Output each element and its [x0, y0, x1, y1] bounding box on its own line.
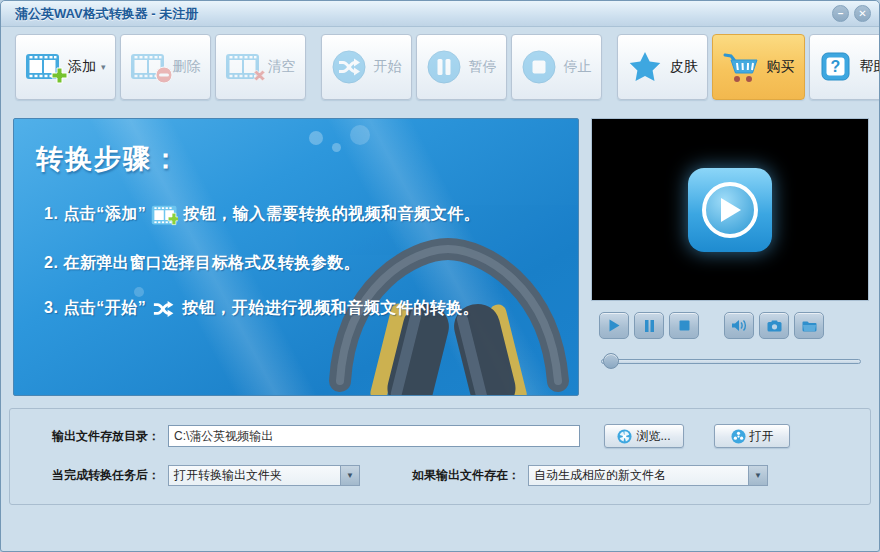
stop-icon — [679, 320, 690, 331]
play-button[interactable] — [599, 312, 629, 339]
open-button[interactable]: 打开 — [714, 424, 790, 448]
buy-label: 购买 — [767, 58, 795, 76]
open-label: 打开 — [750, 428, 774, 445]
bubble-decoration — [134, 287, 144, 297]
step-1-text: 按钮，输入需要转换的视频和音频文件。 — [183, 204, 480, 225]
file-exists-value: 自动生成相应的新文件名 — [529, 467, 748, 484]
pause-circle-icon — [426, 49, 462, 85]
snapshot-icon — [767, 320, 782, 332]
minimize-button[interactable]: – — [832, 5, 849, 22]
bubble-decoration — [332, 143, 341, 152]
film-add-icon — [25, 52, 61, 82]
steps-heading: 转换步骤： — [36, 141, 181, 177]
add-button[interactable]: 添加 ▾ — [15, 34, 116, 100]
step-2: 2. 在新弹出窗口选择目标格式及转换参数。 — [44, 253, 360, 274]
help-label: 帮助 — [860, 58, 880, 76]
x-badge-icon — [251, 67, 268, 88]
pause-label: 暂停 — [469, 58, 497, 76]
stop-button[interactable]: 停止 — [511, 34, 602, 100]
toolbar: 添加 ▾ 删除 清空 开始 — [1, 27, 879, 107]
delete-button[interactable]: 删除 — [120, 34, 211, 100]
close-button[interactable]: ✕ — [854, 5, 871, 22]
chevron-down-icon: ▾ — [101, 62, 106, 72]
buy-button[interactable]: 购买 — [712, 34, 805, 100]
plus-badge-icon — [51, 67, 68, 88]
output-dir-row: 输出文件存放目录： 浏览... 打开 — [10, 424, 870, 448]
stop-label: 停止 — [564, 58, 592, 76]
browse-button[interactable]: 浏览... — [604, 424, 684, 448]
browse-label: 浏览... — [636, 428, 670, 445]
bubble-decoration — [309, 131, 323, 145]
conversion-options-row: 当完成转换任务后： 打开转换输出文件夹 ▼ 如果输出文件存在： 自动生成相应的新… — [10, 465, 870, 486]
folder-icon — [802, 320, 817, 332]
aperture-icon — [617, 429, 632, 444]
bubble-decoration — [350, 125, 370, 145]
shuffle-icon — [151, 298, 177, 320]
film-remove-icon — [130, 52, 166, 82]
player-controls — [591, 312, 869, 339]
chevron-down-icon: ▼ — [340, 466, 359, 485]
file-exists-dropdown[interactable]: 自动生成相应的新文件名 ▼ — [528, 465, 768, 486]
volume-button[interactable] — [724, 312, 754, 339]
after-task-value: 打开转换输出文件夹 — [169, 467, 340, 484]
step-3-text: 按钮，开始进行视频和音频文件的转换。 — [182, 298, 479, 319]
stop-circle-icon — [521, 49, 557, 85]
after-task-dropdown[interactable]: 打开转换输出文件夹 ▼ — [168, 465, 360, 486]
file-exists-label: 如果输出文件存在： — [412, 467, 520, 484]
video-preview — [591, 118, 869, 301]
window-title: 蒲公英WAV格式转换器 - 未注册 — [15, 5, 198, 23]
chevron-down-icon: ▼ — [748, 466, 767, 485]
volume-icon — [732, 319, 747, 332]
seek-bar — [601, 353, 861, 369]
pause-icon — [644, 320, 655, 332]
shuffle-circle-icon — [331, 49, 367, 85]
step-1: 1. 点击“添加” 按钮，输入需要转换的视频和音频文件。 — [44, 203, 480, 226]
help-button[interactable]: ? 帮助 ▾ — [809, 34, 880, 100]
film-reel-icon — [731, 429, 746, 444]
svg-text:?: ? — [830, 58, 840, 75]
step-3: 3. 点击“开始” 按钮，开始进行视频和音频文件的转换。 — [44, 297, 479, 319]
window-controls: – ✕ — [832, 5, 871, 22]
main-area: 转换步骤： 1. 点击“添加” 按钮，输入需要转换的视频和音频文件。 2. 在新… — [13, 118, 867, 396]
titlebar[interactable]: 蒲公英WAV格式转换器 - 未注册 – ✕ — [1, 1, 879, 27]
film-add-icon — [151, 204, 178, 227]
start-button[interactable]: 开始 — [321, 34, 412, 100]
play-icon — [702, 182, 758, 238]
clear-button[interactable]: 清空 — [215, 34, 306, 100]
add-label: 添加 — [68, 58, 96, 76]
seek-track[interactable] — [601, 359, 861, 364]
delete-label: 删除 — [173, 58, 201, 76]
skin-label: 皮肤 — [670, 58, 698, 76]
pause-button[interactable] — [634, 312, 664, 339]
start-label: 开始 — [374, 58, 402, 76]
folder-button[interactable] — [794, 312, 824, 339]
stop-button[interactable] — [669, 312, 699, 339]
clear-label: 清空 — [268, 58, 296, 76]
app-window: 蒲公英WAV格式转换器 - 未注册 – ✕ 添加 ▾ 删除 — [0, 0, 880, 552]
skin-button[interactable]: 皮肤 — [617, 34, 708, 100]
big-play-button[interactable] — [688, 168, 772, 252]
output-dir-input[interactable] — [168, 425, 580, 447]
star-icon — [627, 50, 663, 84]
output-dir-label: 输出文件存放目录： — [52, 428, 160, 445]
snapshot-button[interactable] — [759, 312, 789, 339]
help-icon: ? — [819, 50, 853, 84]
step-3-text: 3. 点击“开始” — [44, 298, 146, 319]
output-settings-box: 输出文件存放目录： 浏览... 打开 当完成转换任务后： 打开转换输出文件夹 ▼… — [9, 408, 871, 505]
step-1-text: 1. 点击“添加” — [44, 204, 146, 225]
play-icon — [608, 319, 620, 332]
minus-badge-icon — [155, 66, 173, 88]
seek-handle[interactable] — [603, 353, 619, 369]
pause-button[interactable]: 暂停 — [416, 34, 507, 100]
player-panel — [591, 118, 869, 396]
after-task-label: 当完成转换任务后： — [52, 467, 160, 484]
step-2-text: 2. 在新弹出窗口选择目标格式及转换参数。 — [44, 253, 360, 274]
film-clear-icon — [225, 52, 261, 82]
cart-icon — [722, 50, 760, 84]
conversion-steps-panel: 转换步骤： 1. 点击“添加” 按钮，输入需要转换的视频和音频文件。 2. 在新… — [13, 118, 579, 396]
